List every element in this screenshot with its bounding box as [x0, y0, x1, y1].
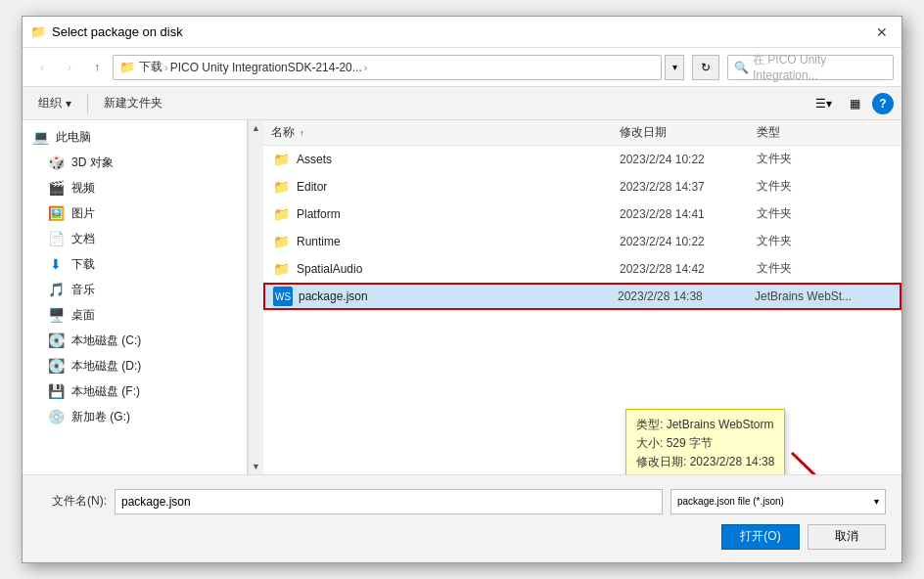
dialog-icon: 📁 — [30, 24, 46, 40]
sidebar-item-desktop[interactable]: 🖥️ 桌面 — [23, 302, 247, 328]
address-dropdown[interactable]: ▾ — [665, 55, 684, 80]
sidebar-item-local-c[interactable]: 💽 本地磁盘 (C:) — [23, 328, 247, 353]
filename-input[interactable] — [115, 489, 663, 514]
file-pane: 名称 ↑ 修改日期 类型 📁 Assets 2023/2/24 10:22 文件 — [263, 120, 901, 474]
toolbar: 组织 ▾ 新建文件夹 ☰▾ ▦ ? — [23, 87, 901, 120]
file-name: Platform — [297, 207, 620, 221]
refresh-button[interactable]: ↻ — [692, 55, 719, 80]
cancel-button[interactable]: 取消 — [808, 524, 886, 550]
action-row: 打开(O) 取消 — [38, 524, 886, 550]
sidebar-item-pictures[interactable]: 🖼️ 图片 — [23, 200, 247, 226]
search-icon: 🔍 — [734, 61, 749, 74]
table-row[interactable]: 📁 Platform 2023/2/28 14:41 文件夹 — [263, 200, 901, 228]
nav-scroll-arrows: ▲ ▼ — [248, 120, 263, 474]
search-box[interactable]: 🔍 在 PICO Unity Integration... — [727, 55, 894, 80]
sidebar-item-this-pc[interactable]: 💻 此电脑 — [23, 124, 247, 150]
address-box[interactable]: 📁 下载 › PICO Unity IntegrationSDK-214-20.… — [113, 55, 662, 80]
sidebar-item-new-vol-g[interactable]: 💿 新加卷 (G:) — [23, 404, 247, 429]
view-grid-button[interactable]: ▦ — [841, 92, 868, 115]
close-button[interactable]: ✕ — [870, 21, 894, 44]
content-area: 💻 此电脑 🎲 3D 对象 🎬 视频 🖼️ 图片 📄 文档 ⬇ 下载 — [23, 120, 901, 474]
back-button[interactable]: ‹ — [30, 56, 54, 79]
address-path-part2: PICO Unity IntegrationSDK-214-20... — [170, 61, 362, 74]
file-type-selected: JetBrains WebSt... — [755, 290, 892, 303]
address-path-part1: 下载 — [139, 59, 162, 75]
file-type: 文件夹 — [757, 260, 894, 277]
organize-button[interactable]: 组织 ▾ — [30, 93, 79, 113]
column-header-name[interactable]: 名称 ↑ — [271, 124, 620, 141]
search-placeholder: 在 PICO Unity Integration... — [753, 52, 887, 82]
sidebar-item-3d-objects[interactable]: 🎲 3D 对象 — [23, 150, 247, 175]
filename-row: 文件名(N): package.json file (*.json) ▾ — [38, 489, 886, 514]
sidebar-item-label-desktop: 桌面 — [71, 307, 95, 324]
file-name: Runtime — [297, 235, 620, 248]
sidebar-item-label-music: 音乐 — [71, 282, 95, 298]
forward-button[interactable]: › — [58, 56, 81, 79]
sidebar-item-local-f[interactable]: 💾 本地磁盘 (F:) — [23, 379, 247, 404]
folder-icon: 📁 — [271, 259, 291, 279]
table-row[interactable]: 📁 SpatialAudio 2023/2/28 14:42 文件夹 — [263, 255, 901, 283]
3d-objects-icon: 🎲 — [46, 153, 66, 172]
file-type: 文件夹 — [757, 233, 894, 249]
file-type: 文件夹 — [757, 205, 894, 222]
column-header-date[interactable]: 修改日期 — [620, 124, 757, 141]
table-row[interactable]: 📁 Assets 2023/2/24 10:22 文件夹 — [263, 146, 901, 173]
nav-pane: 💻 此电脑 🎲 3D 对象 🎬 视频 🖼️ 图片 📄 文档 ⬇ 下载 — [23, 120, 248, 474]
file-date-selected: 2023/2/28 14:38 — [618, 290, 755, 303]
local-f-icon: 💾 — [46, 381, 66, 401]
new-folder-label: 新建文件夹 — [104, 95, 162, 111]
organize-arrow: ▾ — [66, 97, 71, 111]
file-date: 2023/2/28 14:42 — [620, 262, 757, 276]
sidebar-item-label-downloads: 下载 — [71, 256, 95, 273]
desktop-icon: 🖥️ — [46, 305, 66, 325]
help-button[interactable]: ? — [872, 93, 894, 114]
sidebar-item-label-documents: 文档 — [71, 231, 95, 247]
view-list-button[interactable]: ☰▾ — [809, 92, 837, 115]
file-name: SpatialAudio — [297, 262, 620, 276]
toolbar-right: ☰▾ ▦ ? — [809, 92, 894, 115]
nav-scroll-up[interactable]: ▲ — [249, 120, 264, 136]
sidebar-item-local-d[interactable]: 💽 本地磁盘 (D:) — [23, 353, 247, 379]
filetype-arrow: ▾ — [874, 496, 879, 507]
file-name: Assets — [297, 153, 620, 166]
open-button[interactable]: 打开(O) — [721, 524, 800, 550]
sidebar-item-music[interactable]: 🎵 音乐 — [23, 277, 247, 302]
sidebar-item-label-3d: 3D 对象 — [71, 155, 114, 171]
sidebar-item-label-videos: 视频 — [71, 180, 95, 197]
file-list-wrapper: 名称 ↑ 修改日期 类型 📁 Assets 2023/2/24 10:22 文件 — [263, 120, 901, 474]
new-vol-g-icon: 💿 — [46, 407, 66, 426]
folder-icon: 📁 — [271, 177, 291, 197]
file-name-selected: package.json — [299, 290, 618, 303]
json-file-icon: WS — [273, 287, 293, 306]
sidebar-item-label-local-d: 本地磁盘 (D:) — [71, 358, 141, 375]
filetype-dropdown[interactable]: package.json file (*.json) ▾ — [670, 489, 886, 514]
sidebar-item-label-new-vol-g: 新加卷 (G:) — [71, 409, 130, 425]
file-dialog: 📁 Select package on disk ✕ ‹ › ↑ 📁 下载 › … — [22, 16, 902, 563]
sidebar-item-downloads[interactable]: ⬇ 下载 — [23, 251, 247, 277]
table-row-selected[interactable]: WS package.json 2023/2/28 14:38 JetBrain… — [263, 283, 901, 310]
address-separator: › — [164, 62, 168, 73]
dialog-title: Select package on disk — [52, 24, 870, 39]
sidebar-item-documents[interactable]: 📄 文档 — [23, 226, 247, 251]
filename-label: 文件名(N): — [38, 493, 107, 510]
column-header-type[interactable]: 类型 — [757, 124, 894, 141]
sidebar-item-videos[interactable]: 🎬 视频 — [23, 175, 247, 200]
table-row[interactable]: 📁 Editor 2023/2/28 14:37 文件夹 — [263, 173, 901, 200]
address-folder-icon: 📁 — [119, 60, 135, 74]
table-row[interactable]: 📁 Runtime 2023/2/24 10:22 文件夹 — [263, 228, 901, 255]
organize-label: 组织 — [38, 95, 62, 111]
new-folder-button[interactable]: 新建文件夹 — [96, 93, 170, 113]
sidebar-item-label-local-f: 本地磁盘 (F:) — [71, 383, 140, 400]
folder-icon: 📁 — [271, 150, 291, 169]
file-type: 文件夹 — [757, 151, 894, 167]
sidebar-item-label-local-c: 本地磁盘 (C:) — [71, 333, 141, 349]
this-pc-icon: 💻 — [30, 127, 50, 147]
bottom-area: 文件名(N): package.json file (*.json) ▾ 打开(… — [23, 474, 901, 562]
up-button[interactable]: ↑ — [85, 56, 109, 79]
nav-scroll-down[interactable]: ▼ — [249, 459, 264, 474]
title-bar: 📁 Select package on disk ✕ — [23, 17, 901, 48]
music-icon: 🎵 — [46, 280, 66, 299]
pictures-icon: 🖼️ — [46, 203, 66, 223]
file-type: 文件夹 — [757, 178, 894, 195]
file-list-header: 名称 ↑ 修改日期 类型 — [263, 120, 901, 146]
